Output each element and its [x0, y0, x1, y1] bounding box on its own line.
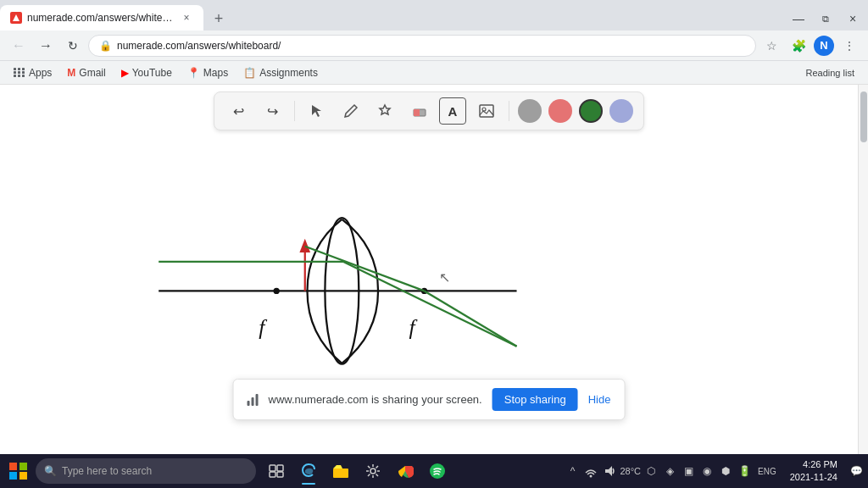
color-pink-swatch[interactable]	[548, 99, 572, 123]
tray-icon-1[interactable]: ⬡	[643, 463, 659, 480]
gmail-icon: M	[67, 67, 75, 79]
address-field[interactable]: 🔒 numerade.com/answers/whiteboard/	[88, 35, 756, 57]
scrollbar-thumb[interactable]	[860, 92, 867, 142]
back-button[interactable]: ←	[7, 34, 31, 58]
taskbar-spotify[interactable]	[422, 456, 453, 486]
tools-button[interactable]	[371, 97, 398, 125]
address-bar: ← → ↻ 🔒 numerade.com/answers/whiteboard/…	[0, 30, 868, 61]
hide-button[interactable]: Hide	[588, 393, 611, 406]
address-text: numerade.com/answers/whiteboard/	[117, 40, 745, 52]
tray-volume[interactable]	[601, 463, 618, 480]
text-tool-button[interactable]: A	[439, 97, 466, 125]
refresh-button[interactable]: ↻	[61, 34, 85, 58]
bookmark-assignments-label: Assignments	[259, 67, 318, 79]
search-placeholder: Type here to search	[62, 465, 152, 477]
tray-chevron[interactable]: ^	[564, 463, 581, 480]
svg-point-17	[482, 108, 486, 111]
svg-rect-20	[270, 472, 275, 477]
clock-date: 2021-11-24	[790, 471, 837, 484]
bookmark-gmail-label: Gmail	[79, 67, 105, 79]
tray-icon-2[interactable]: ◈	[661, 463, 678, 480]
whiteboard-page[interactable]: f f	[0, 85, 858, 454]
weather-temp[interactable]: 28°C	[620, 466, 641, 476]
notification-button[interactable]: 💬	[848, 463, 865, 480]
language-indicator[interactable]: ENG	[754, 466, 780, 477]
bookmark-maps-label: Maps	[203, 67, 228, 79]
undo-button[interactable]: ↩	[225, 97, 252, 125]
taskbar-right: ^ 28°C ⬡ ◈ ▣ ◉ ⬢ 🔋 ENG	[564, 458, 865, 485]
lock-icon: 🔒	[99, 40, 112, 52]
svg-point-5	[274, 288, 280, 294]
color-green-swatch[interactable]	[579, 99, 603, 123]
tray-icon-4[interactable]: ◉	[698, 463, 715, 480]
close-button[interactable]: ×	[841, 7, 865, 30]
sharing-indicator-icon	[248, 394, 259, 406]
start-button[interactable]	[3, 456, 34, 486]
bookmark-gmail[interactable]: M Gmail	[60, 64, 112, 81]
svg-rect-18	[270, 465, 275, 471]
color-lavender-swatch[interactable]	[609, 99, 633, 123]
svg-marker-0	[13, 14, 19, 21]
pen-tool-button[interactable]	[337, 97, 364, 125]
svg-marker-27	[605, 466, 612, 476]
tab-bar: numerade.com/answers/whiteboard/ × + — ⧉…	[0, 0, 868, 30]
minimize-button[interactable]: —	[787, 7, 810, 30]
color-gray-swatch[interactable]	[518, 99, 542, 123]
system-tray: ^ 28°C ⬡ ◈ ▣ ◉ ⬢ 🔋 ENG	[564, 463, 779, 480]
profile-button[interactable]: N	[814, 36, 834, 56]
new-tab-button[interactable]: +	[207, 7, 231, 30]
bookmarks-bar: Apps M Gmail ▶ YouTube 📍 Maps 📋 Assignme…	[0, 61, 868, 85]
forward-button[interactable]: →	[34, 34, 58, 58]
bookmark-assignments[interactable]: 📋 Assignments	[236, 64, 325, 81]
tray-network[interactable]	[582, 463, 599, 480]
svg-point-23	[370, 469, 376, 474]
system-clock[interactable]: 4:26 PM 2021-11-24	[783, 458, 844, 485]
taskbar-settings[interactable]	[358, 456, 388, 486]
svg-rect-22	[333, 469, 348, 478]
vertical-scrollbar[interactable]	[858, 85, 868, 454]
svg-rect-21	[277, 472, 283, 477]
apps-grid-icon	[14, 68, 25, 77]
sharing-message: www.numerade.com is sharing your screen.	[269, 393, 482, 406]
assignments-icon: 📋	[243, 67, 256, 79]
redo-button[interactable]: ↪	[259, 97, 286, 125]
tray-icon-5[interactable]: ⬢	[717, 463, 734, 480]
eraser-tool-button[interactable]	[405, 97, 432, 125]
stop-sharing-button[interactable]: Stop sharing	[492, 388, 578, 411]
taskbar-edge[interactable]	[293, 456, 324, 486]
window-controls: — ⧉ ×	[787, 7, 868, 30]
select-tool-button[interactable]	[303, 97, 331, 125]
tray-battery[interactable]: 🔋	[736, 463, 753, 480]
maps-icon: 📍	[187, 67, 200, 79]
tray-icon-3[interactable]: ▣	[680, 463, 697, 480]
taskbar-explorer[interactable]	[326, 456, 356, 486]
taskbar: 🔍 Type here to search	[0, 454, 868, 488]
reading-list-label: Reading list	[806, 68, 854, 78]
svg-text:f: f	[259, 315, 267, 340]
svg-text:f: f	[409, 315, 417, 340]
taskbar-search[interactable]: 🔍 Type here to search	[36, 458, 256, 484]
clock-time: 4:26 PM	[790, 458, 837, 471]
svg-rect-15	[414, 109, 420, 116]
bookmark-apps[interactable]: Apps	[7, 64, 58, 81]
reading-list-button[interactable]: Reading list	[799, 65, 861, 80]
active-tab[interactable]: numerade.com/answers/whiteboard/ ×	[0, 5, 203, 30]
svg-point-26	[590, 475, 593, 478]
image-tool-button[interactable]	[473, 97, 500, 125]
tab-close-button[interactable]: ×	[180, 11, 193, 25]
taskbar-chrome[interactable]	[390, 456, 420, 486]
taskbar-task-view[interactable]	[261, 456, 292, 486]
bookmark-apps-label: Apps	[29, 67, 52, 79]
youtube-icon: ▶	[121, 67, 129, 79]
whiteboard-canvas[interactable]: f f	[0, 85, 858, 454]
restore-button[interactable]: ⧉	[814, 7, 837, 30]
toolbar-separator-2	[509, 101, 509, 121]
windows-icon	[9, 463, 28, 480]
bookmark-maps[interactable]: 📍 Maps	[181, 64, 235, 81]
address-right-icons: ☆ 🧩 N ⋮	[760, 34, 861, 58]
menu-button[interactable]: ⋮	[837, 34, 861, 58]
extensions-button[interactable]: 🧩	[787, 34, 810, 58]
svg-line-11	[343, 262, 516, 347]
bookmark-star-button[interactable]: ☆	[760, 34, 783, 58]
bookmark-youtube[interactable]: ▶ YouTube	[114, 64, 179, 81]
